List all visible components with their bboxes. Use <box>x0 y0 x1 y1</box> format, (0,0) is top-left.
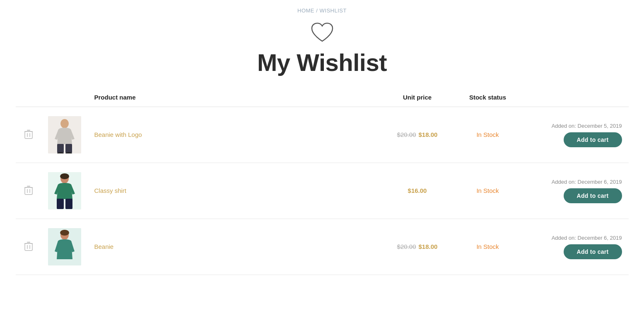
add-to-cart-button[interactable]: Add to cart <box>564 244 622 259</box>
col-price-header: Unit price <box>380 89 455 107</box>
svg-point-28 <box>60 230 69 236</box>
original-price: $20.00 <box>397 243 416 250</box>
action-cell-inner: Added on: December 6, 2019 Add to cart <box>528 179 622 203</box>
stock-status-cell: In Stock <box>455 219 521 275</box>
breadcrumb: HOME / WISHLIST <box>0 0 644 18</box>
original-price: $20.00 <box>397 131 416 138</box>
breadcrumb-current: WISHLIST <box>319 7 347 14</box>
action-cell-inner: Added on: December 6, 2019 Add to cart <box>528 235 622 259</box>
svg-rect-20 <box>65 199 72 209</box>
page-header: My Wishlist <box>0 18 644 89</box>
remove-cell <box>16 163 41 219</box>
added-date: Added on: December 5, 2019 <box>552 123 622 129</box>
remove-button[interactable] <box>22 240 35 254</box>
stock-status-text: In Stock <box>476 187 499 194</box>
product-image-cell <box>41 107 88 163</box>
table-header-row: Product name Unit price Stock status <box>16 89 629 107</box>
stock-status-cell: In Stock <box>455 107 521 163</box>
table-row: Classy shirt$16.00In Stock Added on: Dec… <box>16 163 629 219</box>
table-row: Beanie$20.00$18.00In Stock Added on: Dec… <box>16 219 629 275</box>
action-cell: Added on: December 6, 2019 Add to cart <box>521 163 629 219</box>
svg-rect-11 <box>25 187 32 195</box>
product-image <box>48 228 81 265</box>
table-row: Beanie with Logo$20.00$18.00In Stock Add… <box>16 107 629 163</box>
col-image-header <box>41 89 88 107</box>
remove-button[interactable] <box>22 128 35 142</box>
product-image <box>48 116 81 153</box>
svg-rect-8 <box>65 144 72 153</box>
svg-rect-7 <box>57 144 64 153</box>
product-image <box>48 172 81 209</box>
breadcrumb-separator: / <box>314 7 319 14</box>
svg-rect-21 <box>25 243 32 251</box>
stock-status-text: In Stock <box>476 243 499 250</box>
unit-price-cell: $16.00 <box>380 163 455 219</box>
col-remove-header <box>16 89 41 107</box>
product-name-link[interactable]: Beanie with Logo <box>94 131 142 138</box>
col-action-header <box>521 89 629 107</box>
add-to-cart-button[interactable]: Add to cart <box>564 132 622 147</box>
stock-status-cell: In Stock <box>455 163 521 219</box>
col-name-header: Product name <box>88 89 380 107</box>
sale-price: $18.00 <box>419 131 438 138</box>
product-name-cell: Classy shirt <box>88 163 380 219</box>
action-cell: Added on: December 5, 2019 Add to cart <box>521 107 629 163</box>
product-name-cell: Beanie with Logo <box>88 107 380 163</box>
add-to-cart-button[interactable]: Add to cart <box>564 188 622 203</box>
product-name-link[interactable]: Beanie <box>94 243 114 250</box>
sale-price: $18.00 <box>419 243 438 250</box>
product-image-cell <box>41 163 88 219</box>
regular-price: $16.00 <box>408 187 427 194</box>
col-stock-header: Stock status <box>455 89 521 107</box>
product-image-cell <box>41 219 88 275</box>
added-date: Added on: December 6, 2019 <box>552 235 622 241</box>
heart-icon <box>310 22 334 45</box>
product-name-cell: Beanie <box>88 219 380 275</box>
unit-price-cell: $20.00$18.00 <box>380 107 455 163</box>
action-cell: Added on: December 6, 2019 Add to cart <box>521 219 629 275</box>
unit-price-cell: $20.00$18.00 <box>380 219 455 275</box>
svg-point-6 <box>60 119 69 128</box>
svg-rect-19 <box>57 199 64 209</box>
stock-status-text: In Stock <box>476 131 499 138</box>
product-name-link[interactable]: Classy shirt <box>94 187 127 194</box>
remove-button[interactable] <box>22 184 35 198</box>
remove-cell <box>16 219 41 275</box>
action-cell-inner: Added on: December 5, 2019 Add to cart <box>528 123 622 147</box>
page-title: My Wishlist <box>257 49 387 76</box>
wishlist-table: Product name Unit price Stock status <box>16 89 629 275</box>
breadcrumb-home[interactable]: HOME <box>297 7 314 14</box>
added-date: Added on: December 6, 2019 <box>552 179 622 185</box>
wishlist-main: Product name Unit price Stock status <box>0 89 644 275</box>
svg-rect-0 <box>25 131 32 139</box>
svg-point-18 <box>60 173 69 179</box>
remove-cell <box>16 107 41 163</box>
